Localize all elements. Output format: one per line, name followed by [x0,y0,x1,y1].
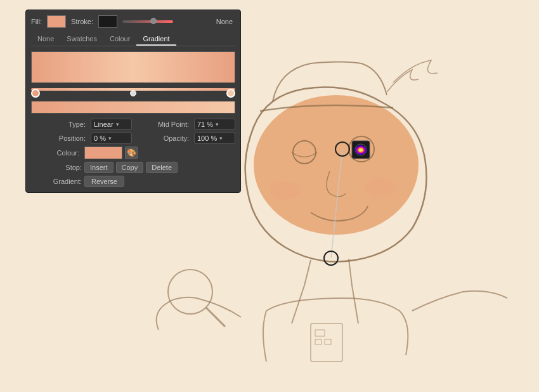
gradient-handle-left[interactable] [31,89,40,98]
colour-row: Colour: 🎨 [31,147,235,159]
tab-gradient[interactable]: Gradient [136,33,176,46]
top-bar: Fill: Stroke: None [31,15,235,28]
stop-label: Stop: [31,164,82,171]
stroke-slider-container [122,20,209,23]
stroke-slider-thumb[interactable] [150,18,157,24]
gradient-preview-bar[interactable] [31,51,235,83]
fields-grid: Type: Linear ▾ Mid Point: 71 % ▾ Positio… [31,119,235,144]
insert-button[interactable]: Insert [84,162,114,173]
opacity-label: Opacity: [134,134,192,142]
midpoint-label: Mid Point: [134,121,192,128]
gradient-label: Gradient: [31,178,82,185]
type-dropdown[interactable]: Linear ▾ [91,119,132,130]
position-dropdown-arrow: ▾ [108,135,112,141]
none-button[interactable]: None [214,17,235,26]
gradient-preview-container [31,51,235,83]
gradient-handle-mid[interactable] [130,90,136,96]
colour-preview-small [31,101,235,114]
stroke-swatch[interactable] [98,15,117,28]
opacity-dropdown-arrow: ▾ [219,135,223,141]
type-label: Type: [31,121,88,128]
stop-row: Stop: Insert Copy Delete [31,162,235,173]
gradient-slider-row [31,88,235,98]
copy-button[interactable]: Copy [116,162,144,173]
gradient-row: Gradient: Reverse [31,176,235,187]
tab-swatches[interactable]: Swatches [60,33,103,46]
tab-colour[interactable]: Colour [103,33,136,46]
eyedropper-icon[interactable]: 🎨 [125,147,138,159]
tab-none[interactable]: None [31,33,60,46]
midpoint-dropdown-arrow: ▾ [216,121,219,127]
gradient-panel: Fill: Stroke: None None Swatches Colour … [25,10,241,193]
colour-stop-swatch[interactable] [84,147,122,159]
type-dropdown-arrow: ▾ [116,121,119,127]
fill-label: Fill: [31,18,42,25]
svg-point-5 [365,178,396,197]
opacity-dropdown[interactable]: 100 % ▾ [194,133,235,144]
svg-point-4 [270,181,301,200]
midpoint-dropdown[interactable]: 71 % ▾ [194,119,235,130]
colour-label: Colour: [31,149,82,157]
position-label: Position: [31,134,88,142]
stroke-label: Stroke: [71,18,93,25]
gradient-handle-right[interactable] [226,89,235,98]
fill-swatch[interactable] [47,15,66,28]
position-dropdown[interactable]: 0 % ▾ [91,133,132,144]
reverse-button[interactable]: Reverse [84,176,124,187]
delete-button[interactable]: Delete [146,162,178,173]
stroke-thickness-slider[interactable] [122,20,173,23]
tabs-row: None Swatches Colour Gradient [31,33,235,46]
